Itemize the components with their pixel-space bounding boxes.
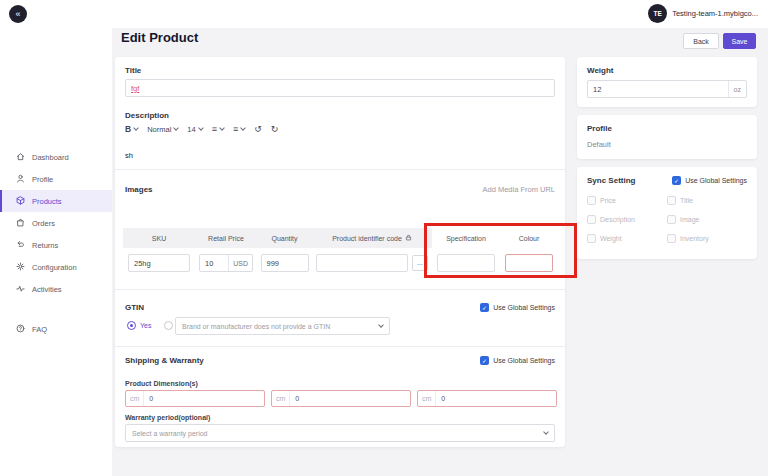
sync-option-image[interactable]: Image — [667, 215, 747, 224]
checkbox-checked-icon: ✓ — [480, 356, 489, 365]
colour-input[interactable] — [505, 254, 553, 272]
return-arrow-icon — [16, 240, 25, 251]
chevron-down-icon — [543, 429, 549, 435]
radio-selected-icon — [127, 321, 136, 330]
sidebar-item-faq[interactable]: FAQ — [0, 318, 112, 340]
topbar: « TE Testing-team-1.mybigco... — [0, 0, 768, 28]
divider — [115, 346, 565, 347]
profile-value: Default — [587, 140, 747, 149]
warranty-select-placeholder: Select a warranty period — [132, 430, 207, 437]
shipping-use-global-checkbox[interactable]: ✓ Use Global Settings — [480, 356, 555, 365]
checkbox-icon — [587, 234, 596, 243]
sync-option-title[interactable]: Title — [667, 196, 747, 205]
weight-label: Weight — [587, 66, 747, 75]
sidebar-item-dashboard[interactable]: Dashboard — [0, 146, 112, 168]
font-size-dropdown[interactable]: 14 — [187, 125, 202, 134]
lock-icon — [405, 234, 412, 242]
bold-button[interactable]: B — [125, 124, 138, 134]
specification-input[interactable] — [437, 254, 495, 272]
retail-price-input[interactable]: 10 USD — [199, 254, 253, 272]
currency-select[interactable]: USD — [228, 255, 252, 271]
back-button[interactable]: Back — [683, 33, 719, 49]
weight-input[interactable]: 12 oz — [587, 80, 747, 98]
sync-option-description[interactable]: Description — [587, 215, 667, 224]
sidebar-item-activities[interactable]: Activities — [0, 278, 112, 300]
sync-use-global-checkbox[interactable]: ✓ Use Global Settings — [672, 176, 747, 185]
user-icon — [16, 174, 25, 185]
app-window: « TE Testing-team-1.mybigco... Dashboard… — [0, 0, 768, 476]
sidebar-item-label: Dashboard — [32, 153, 69, 162]
product-dimensions-label: Product Dimension(s) — [125, 380, 198, 387]
title-label: Title — [125, 66, 141, 75]
chevron-down-icon — [240, 125, 246, 131]
undo-button[interactable]: ↺ — [254, 124, 262, 134]
dimension-length-input[interactable]: cm 0 — [125, 390, 265, 407]
description-editor[interactable]: sh — [125, 151, 133, 160]
sync-option-label: Title — [680, 197, 693, 204]
sidebar-item-configuration[interactable]: Configuration — [0, 256, 112, 278]
align-icon: ≡ — [233, 124, 238, 134]
bold-label: B — [125, 124, 131, 134]
warranty-period-select[interactable]: Select a warranty period — [125, 424, 555, 442]
sync-setting-label: Sync Setting — [587, 176, 635, 185]
sidebar-item-profile[interactable]: Profile — [0, 168, 112, 190]
sidebar-item-returns[interactable]: Returns — [0, 234, 112, 256]
weight-card: Weight 12 oz — [577, 57, 757, 107]
sidebar-item-label: FAQ — [32, 325, 47, 334]
shipping-warranty-label: Shipping & Warranty — [125, 356, 204, 365]
sidebar-item-label: Orders — [32, 219, 55, 228]
paragraph-style-dropdown[interactable]: Normal — [147, 125, 178, 134]
list-dropdown[interactable]: ≡ — [212, 124, 224, 134]
save-button[interactable]: Save — [723, 33, 756, 49]
sync-option-label: Inventory — [680, 235, 709, 242]
chevron-down-icon — [133, 125, 139, 131]
dimension-unit: cm — [272, 391, 290, 406]
sidebar-item-label: Products — [32, 197, 62, 206]
divider — [115, 289, 565, 290]
profile-card: Profile Default — [577, 115, 757, 159]
chevron-down-icon — [378, 322, 384, 328]
dimension-unit: cm — [126, 391, 144, 406]
checkbox-icon — [667, 215, 676, 224]
gtin-use-global-checkbox[interactable]: ✓ Use Global Settings — [480, 303, 555, 312]
radio-icon — [164, 321, 173, 330]
box-icon — [16, 196, 25, 207]
column-header-label: Product identifier code — [332, 235, 402, 242]
sidebar-item-orders[interactable]: Orders — [0, 212, 112, 234]
sync-option-inventory[interactable]: Inventory — [667, 234, 747, 243]
sidebar-item-products[interactable]: Products — [0, 190, 112, 212]
quantity-input[interactable]: 999 — [261, 254, 309, 272]
add-media-link[interactable]: Add Media From URL — [482, 185, 555, 194]
column-header-colour: Colour — [500, 228, 558, 248]
column-header-specification: Specification — [432, 228, 500, 248]
double-chevron-left-icon: « — [15, 9, 20, 19]
sync-option-label: Weight — [600, 235, 622, 242]
gtin-select[interactable]: Brand or manufacturer does not provide a… — [175, 317, 390, 335]
sidebar-item-label: Returns — [32, 241, 58, 250]
sync-option-weight[interactable]: Weight — [587, 234, 667, 243]
weight-value: 12 — [593, 85, 601, 94]
dimension-height-input[interactable]: cm 0 — [417, 390, 557, 407]
radio-label: Yes — [140, 322, 151, 329]
align-dropdown[interactable]: ≡ — [233, 124, 245, 134]
gtin-select-value: Brand or manufacturer does not provide a… — [182, 323, 330, 330]
redo-button[interactable]: ↻ — [271, 124, 279, 134]
redo-icon: ↻ — [271, 124, 279, 134]
column-header-sku: SKU — [123, 228, 195, 248]
dimension-value: 0 — [144, 395, 153, 402]
more-options-button[interactable]: ... — [412, 255, 428, 271]
chevron-down-icon — [173, 125, 179, 131]
sidebar-item-label: Profile — [32, 175, 53, 184]
title-input[interactable]: fgf — [125, 79, 555, 97]
collapse-sidebar-button[interactable]: « — [9, 5, 27, 23]
sync-option-price[interactable]: Price — [587, 196, 667, 205]
profile-label: Profile — [587, 124, 747, 133]
product-identifier-input[interactable] — [316, 254, 408, 272]
sidebar-nav: Dashboard Profile Products Orders Return… — [0, 28, 112, 340]
gtin-radio-yes[interactable]: Yes — [127, 321, 151, 330]
avatar: TE — [648, 4, 667, 23]
account-menu[interactable]: TE Testing-team-1.mybigco... — [648, 4, 758, 23]
dimension-value: 0 — [436, 395, 445, 402]
dimension-width-input[interactable]: cm 0 — [271, 390, 411, 407]
sku-input[interactable]: 25hg — [128, 254, 190, 272]
